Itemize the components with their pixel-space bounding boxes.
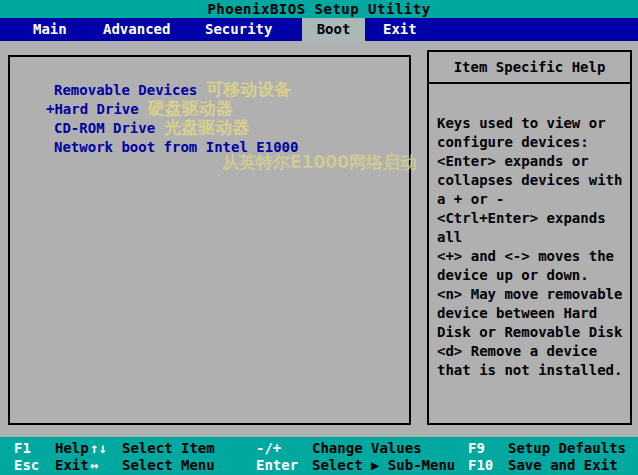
tab-boot[interactable]: Boot <box>302 18 365 41</box>
device-label: CD-ROM Drive <box>54 120 155 136</box>
help-line: all <box>437 228 626 247</box>
app-title: PhoenixBIOS Setup Utility <box>207 1 430 17</box>
key-esc: Esc <box>14 457 39 473</box>
boot-device-panel: Removable Devices 可移动设备 +Hard Drive 硬盘驱动… <box>8 55 411 425</box>
help-line: a + or - <box>437 190 626 209</box>
help-line: configure devices: <box>437 133 626 152</box>
menu-bar: Main Advanced Security Boot Exit <box>0 18 638 41</box>
help-line: device up or down. <box>437 266 626 285</box>
key-f1: F1 <box>14 440 31 456</box>
key-updown-icon: ↑↓ <box>90 440 107 456</box>
key-updown-label: Select Item <box>122 440 215 456</box>
key-f9: F9 <box>468 440 485 456</box>
device-annotation: 硬盘驱动器 <box>148 101 233 117</box>
key-esc-label: Exit <box>55 457 89 473</box>
device-annotation: 从英特尔E1000网络启动 <box>222 155 417 169</box>
tab-main[interactable]: Main <box>27 18 73 41</box>
list-item-cdrom-drive[interactable]: CD-ROM Drive 光盘驱动器 <box>54 120 249 136</box>
key-f10: F10 <box>468 457 493 473</box>
tab-security[interactable]: Security <box>199 18 278 41</box>
help-line: <d> Remove a device <box>437 342 626 361</box>
network-boot-annotation-row: 从英特尔E1000网络启动 <box>222 155 417 169</box>
key-enter-label: Select ▶ Sub-Menu <box>312 457 455 473</box>
help-line: <n> May move removable <box>437 285 626 304</box>
help-line: collapses devices with <box>437 171 626 190</box>
key-f10-label: Save and Exit <box>508 457 618 473</box>
list-item-hard-drive[interactable]: +Hard Drive 硬盘驱动器 <box>46 101 233 117</box>
titlebar: PhoenixBIOS Setup Utility <box>0 0 638 18</box>
key-minusplus: -/+ <box>256 440 281 456</box>
help-line: Disk or Removable Disk <box>437 323 626 342</box>
key-f1-label: Help <box>55 440 89 456</box>
help-line: that is not installed. <box>437 361 626 380</box>
key-minusplus-label: Change Values <box>312 440 422 456</box>
help-panel: Item Specific Help Keys used to view or … <box>427 50 632 425</box>
help-panel-body: Keys used to view or configure devices: … <box>429 84 630 380</box>
help-line: device between Hard <box>437 304 626 323</box>
bios-setup-screen: PhoenixBIOS Setup Utility Main Advanced … <box>0 0 638 475</box>
key-enter: Enter <box>256 457 298 473</box>
help-panel-header: Item Specific Help <box>429 52 630 84</box>
tab-advanced[interactable]: Advanced <box>97 18 176 41</box>
help-line: <Ctrl+Enter> expands <box>437 209 626 228</box>
help-line: <Enter> expands or <box>437 152 626 171</box>
footer-keybar: F1 Help Esc Exit ↑↓ Select Item ↔ Select… <box>0 437 638 475</box>
help-line: Keys used to view or <box>437 114 626 133</box>
key-leftright-icon: ↔ <box>90 457 98 473</box>
device-label: +Hard Drive <box>46 101 139 117</box>
device-annotation: 光盘驱动器 <box>164 120 249 136</box>
device-label: Removable Devices <box>54 82 197 98</box>
key-f9-label: Setup Defaults <box>508 440 626 456</box>
key-leftright-label: Select Menu <box>122 457 215 473</box>
help-panel-title: Item Specific Help <box>454 59 606 75</box>
help-line: <+> and <-> moves the <box>437 247 626 266</box>
list-item-removable-devices[interactable]: Removable Devices 可移动设备 <box>54 82 291 98</box>
tab-exit[interactable]: Exit <box>377 18 423 41</box>
device-annotation: 可移动设备 <box>206 82 291 98</box>
